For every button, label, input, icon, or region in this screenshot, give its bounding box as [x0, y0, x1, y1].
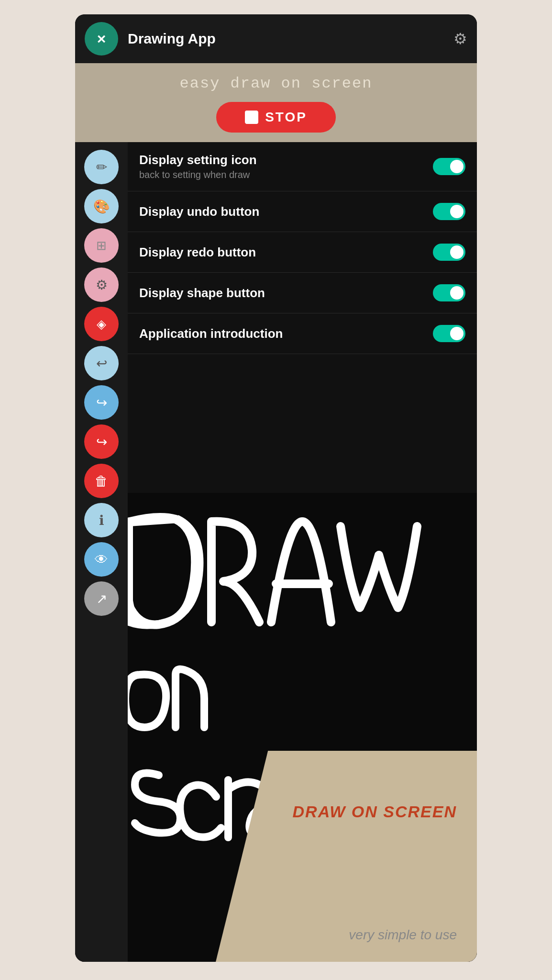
toggle-display-shape[interactable] — [433, 284, 465, 301]
sidebar-redo2-button[interactable]: ↪ — [84, 424, 119, 459]
sidebar-shapes-button[interactable]: ⊞ — [84, 228, 119, 263]
toggle-display-redo[interactable] — [433, 244, 465, 261]
phone-container: × Drawing App ⚙ easy draw on screen STOP… — [75, 14, 477, 962]
undo-icon: ↩ — [96, 356, 107, 371]
toggle-display-setting[interactable] — [433, 158, 465, 175]
redo2-icon: ↪ — [96, 434, 107, 450]
eraser-icon: ◈ — [97, 317, 106, 332]
settings-item-label-display-redo: Display redo button — [139, 245, 256, 260]
settings-item-display-setting-icon[interactable]: Display setting icon back to setting whe… — [128, 142, 477, 191]
trash-icon: 🗑 — [95, 473, 108, 489]
toggle-display-undo[interactable] — [433, 203, 465, 220]
close-button[interactable]: × — [85, 22, 118, 56]
stop-button[interactable]: STOP — [216, 102, 336, 133]
close-icon: × — [97, 31, 106, 46]
settings-tool-icon: ⚙ — [96, 277, 108, 293]
sidebar-trash-button[interactable]: 🗑 — [84, 464, 119, 498]
settings-item-label-display-undo: Display undo button — [139, 204, 259, 219]
settings-item-label-display-setting: Display setting icon — [139, 153, 257, 167]
palette-icon: 🎨 — [93, 199, 110, 214]
pencil-icon: ✏ — [96, 159, 107, 175]
app-header: × Drawing App ⚙ — [75, 14, 477, 63]
settings-item-text-app-intro: Application introduction — [139, 326, 283, 341]
settings-item-display-redo[interactable]: Display redo button — [128, 232, 477, 273]
redo-icon: ↪ — [96, 395, 107, 411]
sidebar-info-button[interactable]: ℹ — [84, 503, 119, 537]
tagline-text: easy draw on screen — [180, 75, 373, 92]
settings-item-text-display-shape: Display shape button — [139, 286, 265, 301]
sidebar-undo-button[interactable]: ↩ — [84, 346, 119, 380]
settings-item-text-display-setting: Display setting icon back to setting whe… — [139, 153, 257, 180]
sidebar-palette-button[interactable]: 🎨 — [84, 189, 119, 223]
settings-item-text-display-undo: Display undo button — [139, 204, 259, 219]
settings-item-text-display-redo: Display redo button — [139, 245, 256, 260]
top-area: easy draw on screen STOP — [75, 63, 477, 142]
drawing-area: DRAW ON SCREEN very simple to use — [75, 493, 477, 962]
app-title: Drawing App — [128, 31, 453, 47]
very-simple-text: very simple to use — [349, 927, 457, 943]
shapes-icon: ⊞ — [96, 238, 107, 253]
stop-label: STOP — [265, 110, 307, 125]
eye-icon: 👁 — [95, 552, 108, 568]
settings-button[interactable]: ⚙ — [453, 30, 467, 48]
settings-item-display-shape[interactable]: Display shape button — [128, 273, 477, 313]
sidebar-export-button[interactable]: ↗ — [84, 581, 119, 616]
settings-item-app-intro[interactable]: Application introduction — [128, 313, 477, 354]
toggle-app-intro[interactable] — [433, 325, 465, 342]
sidebar-settings-button[interactable]: ⚙ — [84, 267, 119, 302]
sidebar-eraser-button[interactable]: ◈ — [84, 307, 119, 341]
settings-item-sub-display-setting: back to setting when draw — [139, 169, 257, 180]
export-icon: ↗ — [96, 591, 107, 607]
sidebar-pencil-button[interactable]: ✏ — [84, 150, 119, 184]
sidebar: ✏ 🎨 ⊞ ⚙ ◈ ↩ ↪ ↪ 🗑 — [75, 142, 128, 962]
draw-on-screen-text: DRAW ON SCREEN — [293, 802, 457, 821]
settings-item-label-display-shape: Display shape button — [139, 286, 265, 301]
sidebar-eye-button[interactable]: 👁 — [84, 542, 119, 577]
main-content: ✏ 🎨 ⊞ ⚙ ◈ ↩ ↪ ↪ 🗑 — [75, 142, 477, 962]
sidebar-redo-button[interactable]: ↪ — [84, 385, 119, 420]
settings-list: Display setting icon back to setting whe… — [128, 142, 477, 962]
settings-item-label-app-intro: Application introduction — [139, 326, 283, 341]
settings-item-display-undo[interactable]: Display undo button — [128, 191, 477, 232]
stop-icon — [245, 111, 258, 124]
info-icon: ℹ — [99, 512, 104, 528]
